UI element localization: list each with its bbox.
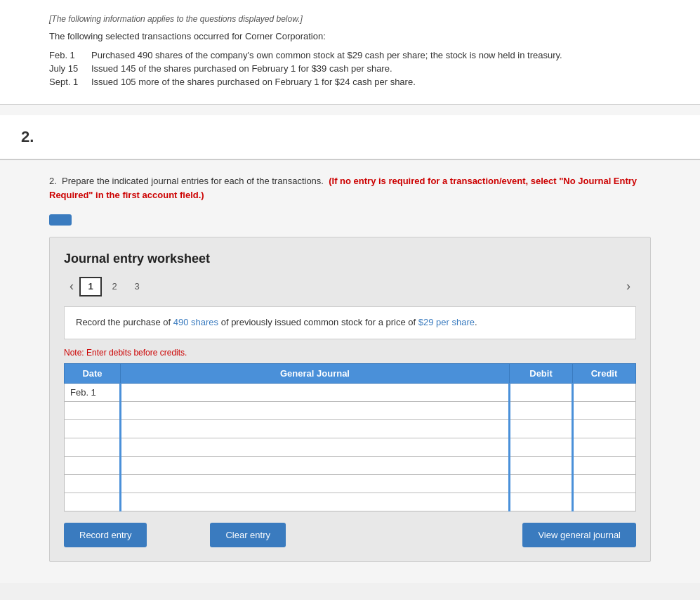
desc-text1: Record the purchase of: [76, 317, 173, 327]
row-2-journal-input[interactable]: [121, 402, 508, 419]
row-1-debit-input[interactable]: [510, 384, 572, 401]
pagination: ‹ 1 2 3 ›: [64, 276, 636, 296]
top-section: [The following information applies to th…: [0, 0, 700, 105]
question-body: 2. Prepare the indicated journal entries…: [0, 160, 700, 583]
row-6-credit[interactable]: [573, 474, 636, 493]
question-number: 2.: [21, 128, 34, 145]
row-7-credit[interactable]: [573, 493, 636, 511]
row-2-date: [65, 401, 121, 419]
col-header-journal: General Journal: [121, 363, 510, 383]
row-1-debit[interactable]: [510, 383, 573, 401]
row-6-debit-input[interactable]: [510, 475, 572, 493]
row-6-debit[interactable]: [510, 474, 573, 493]
table-row: [65, 419, 636, 438]
row-7-journal-input[interactable]: [121, 493, 508, 511]
table-row: [65, 474, 636, 493]
row-3-debit[interactable]: [510, 419, 573, 438]
tx-date-3: Sept. 1: [49, 77, 91, 87]
row-5-credit-input[interactable]: [574, 457, 635, 474]
note-text: Note: Enter debits before credits.: [64, 348, 636, 358]
question-instruction: 2. Prepare the indicated journal entries…: [49, 174, 651, 202]
row-5-journal[interactable]: [121, 456, 510, 474]
row-6-date: [65, 474, 121, 493]
journal-table: Date General Journal Debit Credit Feb. 1: [64, 363, 636, 511]
italic-note: [The following information applies to th…: [49, 14, 651, 24]
view-general-journal-button[interactable]: View general journal: [522, 523, 636, 547]
row-1-journal[interactable]: [121, 383, 510, 401]
row-2-credit-input[interactable]: [574, 402, 635, 419]
tx-date-1: Feb. 1: [49, 50, 91, 60]
row-5-date: [65, 456, 121, 474]
row-4-credit-input[interactable]: [574, 438, 635, 456]
row-7-debit-input[interactable]: [510, 493, 572, 511]
question-section: 2. 2. Prepare the indicated journal entr…: [0, 105, 700, 583]
record-entry-button[interactable]: Record entry: [64, 523, 147, 547]
table-row: [65, 456, 636, 474]
tx-desc-2: Issued 145 of the shares purchased on Fe…: [91, 63, 651, 74]
bottom-buttons: Record entry Clear entry View general jo…: [64, 523, 636, 547]
row-4-debit[interactable]: [510, 438, 573, 456]
row-3-journal-input[interactable]: [121, 420, 508, 438]
tx-desc-1: Purchased 490 shares of the company's ow…: [91, 50, 651, 60]
intro-text: The following selected transactions occu…: [49, 31, 651, 41]
row-5-debit[interactable]: [510, 456, 573, 474]
desc-text2: of previously issued common stock for a …: [218, 317, 418, 327]
row-7-journal[interactable]: [121, 493, 510, 511]
row-1-date: Feb. 1: [65, 383, 121, 401]
list-item: Sept. 1 Issued 105 more of the shares pu…: [49, 77, 651, 87]
row-4-journal[interactable]: [121, 438, 510, 456]
question-number-header: 2.: [0, 115, 700, 160]
clear-entry-button[interactable]: Clear entry: [210, 523, 286, 547]
prev-page-button[interactable]: ‹: [64, 276, 79, 296]
page-1-button[interactable]: 1: [79, 277, 102, 296]
description-box: Record the purchase of 490 shares of pre…: [64, 306, 636, 339]
row-6-journal-input[interactable]: [121, 475, 508, 493]
row-2-debit[interactable]: [510, 401, 573, 419]
row-3-credit[interactable]: [573, 419, 636, 438]
desc-highlight1: 490 shares: [173, 317, 218, 327]
row-1-credit[interactable]: [573, 383, 636, 401]
list-item: Feb. 1 Purchased 490 shares of the compa…: [49, 50, 651, 60]
row-6-journal[interactable]: [121, 474, 510, 493]
next-page-button[interactable]: ›: [621, 276, 636, 296]
row-4-journal-input[interactable]: [121, 438, 508, 456]
row-3-debit-input[interactable]: [510, 420, 572, 438]
q-number-prefix: 2.: [49, 176, 57, 186]
col-header-debit: Debit: [510, 363, 573, 383]
row-3-date: [65, 419, 121, 438]
desc-highlight2: $29 per share: [418, 317, 475, 327]
desc-text3: .: [475, 317, 477, 327]
row-2-journal[interactable]: [121, 401, 510, 419]
table-row: [65, 438, 636, 456]
page-2-button[interactable]: 2: [105, 277, 124, 296]
row-2-debit-input[interactable]: [510, 402, 572, 419]
row-4-date: [65, 438, 121, 456]
row-4-credit[interactable]: [573, 438, 636, 456]
instruction-normal: Prepare the indicated journal entries fo…: [62, 176, 324, 186]
row-5-credit[interactable]: [573, 456, 636, 474]
tx-desc-3: Issued 105 more of the shares purchased …: [91, 77, 651, 87]
row-5-debit-input[interactable]: [510, 457, 572, 474]
view-transaction-button[interactable]: [49, 214, 72, 226]
transactions-list: Feb. 1 Purchased 490 shares of the compa…: [49, 50, 651, 87]
row-5-journal-input[interactable]: [121, 457, 508, 474]
row-1-credit-input[interactable]: [574, 384, 635, 401]
row-1-journal-input[interactable]: [121, 384, 508, 401]
row-7-credit-input[interactable]: [574, 493, 635, 511]
table-row: [65, 401, 636, 419]
row-7-date: [65, 493, 121, 511]
page-3-button[interactable]: 3: [127, 277, 147, 296]
worksheet-title: Journal entry worksheet: [64, 252, 636, 266]
row-3-credit-input[interactable]: [574, 420, 635, 438]
row-7-debit[interactable]: [510, 493, 573, 511]
row-4-debit-input[interactable]: [510, 438, 572, 456]
list-item: July 15 Issued 145 of the shares purchas…: [49, 63, 651, 74]
row-3-journal[interactable]: [121, 419, 510, 438]
worksheet-container: Journal entry worksheet ‹ 1 2 3 › Record…: [49, 237, 651, 562]
col-header-date: Date: [65, 363, 121, 383]
row-6-credit-input[interactable]: [574, 475, 635, 493]
table-row: Feb. 1: [65, 383, 636, 401]
table-row: [65, 493, 636, 511]
tx-date-2: July 15: [49, 63, 91, 74]
row-2-credit[interactable]: [573, 401, 636, 419]
